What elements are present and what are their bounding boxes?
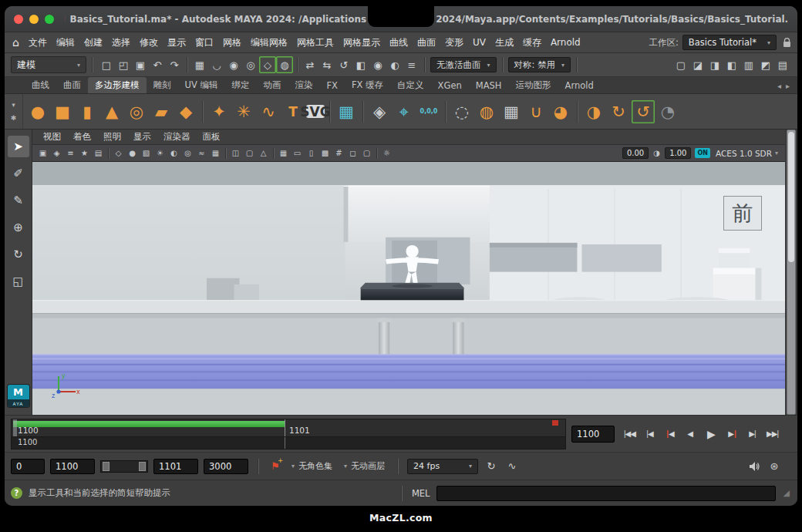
lasso-select-tool[interactable]: ✐ [8, 163, 29, 184]
xray-icon[interactable]: ▢ [243, 146, 256, 160]
menu-item-9[interactable]: 网格工具 [292, 32, 339, 52]
step-back-frame-button[interactable]: |◀ [640, 424, 659, 444]
undo-icon[interactable]: ↶ [149, 56, 166, 73]
panel-menu-1[interactable]: 着色 [67, 130, 97, 144]
menu-item-4[interactable]: 修改 [135, 32, 163, 52]
shelf-options-icon[interactable]: ✱ [11, 114, 17, 122]
character-set-dropdown[interactable]: ▾ 无角色集 [288, 460, 335, 472]
shelf-tab-13[interactable]: 运动图形 [509, 77, 558, 93]
open-render-view-icon[interactable]: ◧ [352, 56, 369, 73]
add-bookmark-icon[interactable]: ⚑ + [268, 459, 283, 474]
shelf-tab-14[interactable]: Arnold [558, 77, 601, 93]
panel-menu-0[interactable]: 视图 [37, 130, 67, 144]
output-connections-icon[interactable]: ⇆ [318, 56, 335, 73]
cached-playback-icon[interactable]: ∿ [504, 459, 520, 474]
mel-command-input[interactable] [436, 486, 776, 501]
field-chart-icon[interactable]: # [332, 146, 345, 160]
menu-item-15[interactable]: 生成 [490, 32, 518, 52]
snap-to-projected-center-icon[interactable]: ◎ [242, 56, 259, 73]
camera-attributes-icon[interactable]: ≡ [64, 146, 77, 160]
shelf-tab-9[interactable]: FX 缓存 [345, 77, 390, 93]
play-backwards-button[interactable]: ◀ [680, 424, 699, 444]
make-live-icon[interactable]: ◍ [276, 56, 293, 73]
poly-sphere-icon[interactable]: ● [26, 100, 49, 123]
snap-align-icon[interactable]: ⌖ [393, 100, 416, 123]
range-handle-end[interactable] [139, 462, 146, 471]
remesh-grid-icon[interactable]: ▦ [335, 100, 358, 123]
grid-toggle-icon[interactable]: ▦ [277, 146, 290, 160]
construction-history-icon[interactable]: ↺ [335, 56, 352, 73]
separate-meshes-icon[interactable]: ▦ [500, 100, 523, 123]
help-icon[interactable]: ? [11, 487, 22, 499]
platonic-solid-icon[interactable]: ✦ [207, 100, 231, 123]
range-handle-start[interactable] [103, 462, 110, 471]
gate-mask-icon[interactable]: ▩ [318, 146, 332, 160]
panel-menu-5[interactable]: 面板 [197, 130, 227, 144]
shelf-tab-8[interactable]: FX [319, 77, 345, 93]
select-tool[interactable]: ➤ [8, 136, 29, 157]
bookmarks-icon[interactable]: ★ [78, 146, 91, 160]
film-gate-icon[interactable]: ▭ [291, 146, 304, 160]
shelf-menu-icon[interactable]: ▾ [12, 101, 15, 109]
highlight-selection-icon[interactable]: ▢ [672, 56, 689, 73]
shelf-tab-7[interactable]: 渲染 [288, 77, 319, 93]
rotate-ccw-icon[interactable]: ↺ [632, 100, 655, 123]
new-scene-icon[interactable]: □ [98, 56, 115, 73]
shelf-tab-1[interactable]: 曲面 [56, 77, 88, 93]
rotate-cw-icon[interactable]: ↻ [607, 100, 630, 123]
menu-item-5[interactable]: 显示 [163, 32, 190, 52]
shelf-tab-12[interactable]: MASH [469, 77, 509, 93]
menu-item-0[interactable]: 文件 [24, 32, 52, 52]
shelf-tab-4[interactable]: UV 编辑 [178, 77, 225, 93]
select-camera-icon[interactable]: ▣ [36, 146, 49, 160]
zoom-button[interactable] [45, 15, 54, 24]
minimize-button[interactable] [29, 15, 39, 24]
input-connections-icon[interactable]: ⇄ [302, 56, 318, 73]
object-details-icon[interactable]: ◪ [689, 56, 706, 73]
menu-item-2[interactable]: 创建 [79, 32, 107, 52]
playback-start-field[interactable] [50, 459, 95, 474]
playback-range-slider[interactable] [100, 460, 148, 473]
go-to-end-button[interactable]: ▶▶| [763, 424, 782, 444]
anti-aliasing-icon[interactable]: ▦ [209, 146, 222, 160]
shelf-tab-5[interactable]: 绑定 [224, 77, 256, 93]
gamma-field[interactable]: 1.00 [665, 147, 691, 159]
safe-title-icon[interactable]: ▢ [360, 146, 373, 160]
combine-meshes-icon[interactable]: ◍ [475, 100, 498, 123]
poly-disc-icon[interactable]: ◆ [174, 100, 197, 123]
shelf-tab-3[interactable]: 雕刻 [147, 77, 178, 93]
modeling-toolkit-toggle-icon[interactable]: ◩ [757, 56, 774, 73]
smooth-shade-icon[interactable]: ● [126, 146, 139, 160]
snap-to-view-plane-icon[interactable]: ◇ [259, 56, 276, 73]
exposure-field[interactable]: 0.00 [622, 147, 649, 159]
menu-item-16[interactable]: 缓存 [518, 32, 546, 52]
mirror-mesh-icon[interactable]: ◑ [582, 100, 605, 123]
home-icon[interactable]: ⌂ [12, 36, 19, 49]
time-slider-subrow[interactable]: 1100 [11, 437, 566, 450]
speaker-icon[interactable] [750, 462, 760, 471]
menu-item-14[interactable]: UV [468, 32, 490, 52]
bonus-sphere-icon[interactable]: ◔ [656, 100, 679, 123]
go-to-start-button[interactable]: |◀◀ [620, 424, 639, 444]
playback-end-field[interactable] [153, 459, 198, 474]
panel-menu-3[interactable]: 显示 [127, 130, 157, 144]
redo-icon[interactable]: ↷ [166, 56, 183, 73]
menu-item-11[interactable]: 曲线 [385, 32, 413, 52]
panel-menu-4[interactable]: 渲染器 [157, 130, 197, 144]
outliner-toggle-icon[interactable]: ▤ [774, 56, 791, 73]
shel f-scroll-left-icon[interactable]: ◂ [777, 82, 781, 90]
textured-icon[interactable]: ▧ [140, 146, 153, 160]
shelf-tab-10[interactable]: 自定义 [390, 77, 431, 93]
snap-to-grid-icon[interactable]: ▦ [191, 56, 208, 73]
animation-preferences-icon[interactable]: ⊛ [767, 459, 782, 474]
poly-torus-icon[interactable]: ◎ [125, 100, 148, 123]
poly-cube-icon[interactable]: ■ [51, 100, 74, 123]
scale-tool[interactable]: ◱ [8, 271, 29, 292]
current-frame-field[interactable] [571, 426, 615, 443]
shelf-scroll-right-icon[interactable]: ▸ [786, 82, 790, 90]
time-slider[interactable]: 1100 1101 1100 [11, 419, 566, 450]
shelf-tab-2[interactable]: 多边形建模 [88, 77, 147, 93]
exposure-icon[interactable]: ☼ [380, 146, 393, 160]
scrollbar-thumb[interactable] [788, 132, 794, 262]
render-current-frame-icon[interactable]: ◉ [369, 56, 386, 73]
